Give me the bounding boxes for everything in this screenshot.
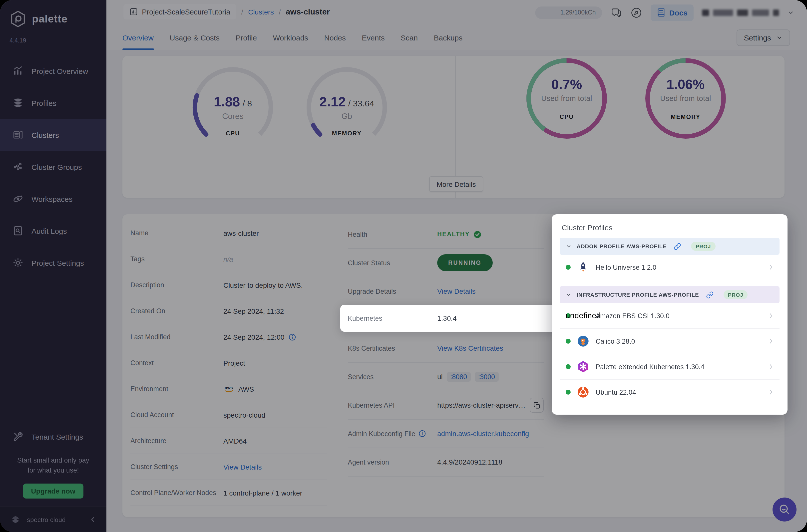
chevron-right-icon	[768, 264, 774, 271]
chevron-down-icon	[566, 243, 571, 249]
profile-section-header-addon[interactable]: ADDON PROFILE AWS-PROFILEPROJ	[560, 238, 780, 255]
kubernetes-label: Kubernetes	[348, 315, 437, 322]
chevron-right-icon	[768, 388, 774, 396]
profile-layer-name: Calico 3.28.0	[596, 338, 635, 345]
link-icon[interactable]	[674, 243, 681, 250]
status-dot	[566, 390, 571, 395]
kubernetes-version-row-highlight: Kubernetes 1.30.4	[340, 305, 559, 332]
status-dot	[566, 364, 571, 369]
cluster-profiles-panel: Cluster Profiles ADDON PROFILE AWS-PROFI…	[552, 214, 788, 415]
pxk-icon	[577, 360, 589, 373]
profile-section-title: INFRASTRUCTURE PROFILE AWS-PROFILE	[577, 292, 699, 298]
scope-badge: PROJ	[724, 290, 748, 299]
profile-layer-name: Hello Universe 1.2.0	[596, 264, 656, 271]
profile-layer-name: Ubuntu 22.04	[596, 388, 636, 396]
cluster-profiles-title: Cluster Profiles	[562, 223, 780, 232]
profile-layer-name: Palette eXtended Kubernetes 1.30.4	[596, 363, 704, 370]
chevron-right-icon	[768, 312, 774, 319]
app-window: palette 4.4.19 Project OverviewProfilesC…	[0, 0, 807, 532]
hello-universe-icon	[577, 261, 589, 274]
profile-section-header-infra[interactable]: INFRASTRUCTURE PROFILE AWS-PROFILEPROJ	[560, 286, 780, 303]
profile-layer-palette-extended-kubernetes-1-30-4[interactable]: Palette eXtended Kubernetes 1.30.4	[560, 354, 780, 380]
chevron-down-icon	[566, 292, 571, 298]
kubernetes-version-value: 1.30.4	[437, 314, 457, 322]
profile-layer-ubuntu-22-04[interactable]: Ubuntu 22.04	[560, 380, 780, 405]
profile-layer-calico-3-28-0[interactable]: Calico 3.28.0	[560, 329, 780, 354]
calico-icon	[577, 335, 589, 348]
profile-layer-amazon-ebs-csi-1-30-0[interactable]: undefinedAmazon EBS CSI 1.30.0	[560, 303, 780, 329]
aws-icon: undefined	[577, 309, 589, 322]
profile-section-title: ADDON PROFILE AWS-PROFILE	[577, 243, 667, 249]
chevron-right-icon	[768, 338, 774, 345]
scope-badge: PROJ	[691, 242, 715, 251]
link-icon[interactable]	[706, 291, 714, 299]
status-dot	[566, 265, 571, 270]
status-dot	[566, 339, 571, 344]
cluster-profiles-sections: ADDON PROFILE AWS-PROFILEPROJHello Unive…	[560, 238, 780, 405]
profile-layer-hello-universe-1-2-0[interactable]: Hello Universe 1.2.0	[560, 255, 780, 280]
chevron-right-icon	[768, 363, 774, 370]
ubuntu-icon	[577, 386, 589, 399]
profile-layer-name: Amazon EBS CSI 1.30.0	[596, 312, 670, 320]
